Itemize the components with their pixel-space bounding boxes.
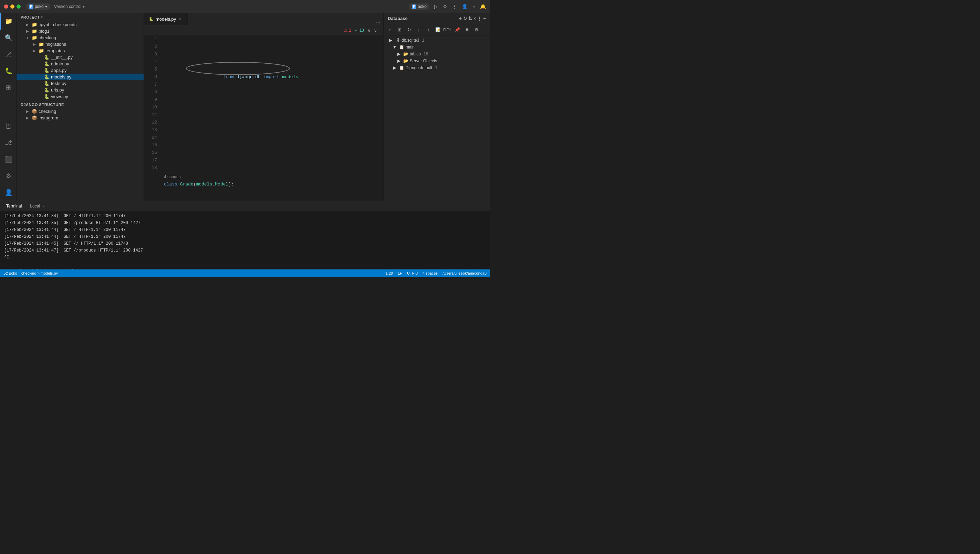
more-icon[interactable]: ⋮	[477, 16, 482, 21]
more-options-icon[interactable]: ⋯	[376, 20, 380, 25]
terminal-icon-button[interactable]: ⬛	[0, 151, 16, 167]
db-server-objects-item[interactable]: ▶ 📂 Server Objects	[384, 57, 490, 64]
profile-icon-button[interactable]: 👤	[0, 184, 16, 201]
minimize-icon[interactable]: −	[483, 16, 486, 21]
list-item[interactable]: ▶ 📁 migrations	[16, 41, 144, 48]
db-gear-btn[interactable]: ⚙	[472, 25, 481, 34]
tree-item-label: checking	[38, 109, 56, 114]
chevron-down-icon[interactable]: ∨	[374, 28, 377, 33]
db-sqlite3-label: db.sqlite3	[402, 38, 419, 43]
chevron-right-icon: ▶	[25, 29, 30, 33]
server-objects-icon: 📂	[403, 59, 409, 63]
settings2-icon-button[interactable]: ⚙	[0, 167, 16, 184]
sync-icon[interactable]: ⇅	[468, 16, 472, 21]
settings-icon[interactable]: ⚙	[443, 4, 447, 9]
poko-badge[interactable]: P poko	[409, 3, 429, 10]
db-main-item[interactable]: ▼ 📋 main	[384, 44, 490, 51]
chevron-down-icon: ▼	[392, 45, 397, 49]
list-item[interactable]: 🐍 admin.py	[16, 60, 144, 67]
debug-icon: 🐛	[5, 67, 13, 75]
db-eye-btn[interactable]: 👁	[463, 25, 471, 34]
code-editor[interactable]: from django.db import models 4 usagescla…	[161, 35, 383, 201]
chevron-up-icon[interactable]: ∧	[367, 28, 370, 33]
accounts-icon[interactable]: 👤	[462, 4, 468, 9]
terminal-content[interactable]: [17/Feb/2024 13:41:34] "GET / HTTP/1.1" …	[0, 211, 490, 269]
project-name: poko	[35, 4, 44, 9]
list-item[interactable]: 🐍 tests.py	[16, 80, 144, 87]
close-icon[interactable]: ×	[474, 16, 476, 21]
list-item[interactable]: ▶ 📦 checking	[16, 108, 144, 115]
list-item[interactable]: 🐍 models.py	[16, 74, 144, 80]
list-item[interactable]: ▼ 📁 checking	[16, 34, 144, 41]
db-add-btn[interactable]: +	[386, 25, 394, 34]
git-icon-button[interactable]: ⎇	[0, 46, 16, 63]
cursor-position[interactable]: 1:29	[386, 271, 393, 275]
db-sqlite3-item[interactable]: ▶ 🗄 db.sqlite3 1	[384, 37, 490, 44]
refresh-icon[interactable]: ↻	[463, 16, 467, 21]
maximize-button[interactable]	[16, 5, 21, 9]
indent-size[interactable]: 4 spaces	[423, 271, 438, 275]
list-item[interactable]: 🐍 urls.py	[16, 87, 144, 93]
project-panel: Project ▾ ▶ 📁 .ipynb_checkpoints ▶ 📁 blo…	[16, 13, 144, 201]
local-tab-close[interactable]: ×	[42, 204, 45, 208]
list-item[interactable]: 🐍 apps.py	[16, 67, 144, 74]
git2-icon-button[interactable]: ⎇	[0, 135, 16, 151]
code-line-3	[164, 149, 380, 156]
db-django-default-item[interactable]: ▶ 📋 Django default 1	[384, 64, 490, 71]
tab-models-py[interactable]: 🐍 models.py ×	[144, 13, 188, 25]
git-branch[interactable]: ⎇ poko	[3, 271, 17, 275]
encoding[interactable]: UTF-8	[407, 271, 418, 275]
editor-toolbar: ⋯	[376, 20, 383, 25]
db-tables-item[interactable]: ▶ 📂 tables 18	[384, 51, 490, 57]
tree-item-label: admin.py	[51, 61, 69, 67]
vc-chevron: ▾	[83, 4, 85, 9]
more-icon[interactable]: ⋮	[452, 4, 457, 9]
search-icon[interactable]: ⌕	[472, 4, 475, 9]
list-item[interactable]: 🐍 views.py	[16, 93, 144, 100]
run-icon[interactable]: ▷	[434, 4, 438, 9]
explorer-icon-button[interactable]: 📁	[0, 13, 16, 30]
terminal-prompt-line[interactable]: (poko) Dev/poko - (main) >	[4, 261, 486, 269]
extensions-icon: ⊞	[6, 84, 11, 91]
db-server-objects-label: Server Objects	[410, 59, 437, 63]
vc-label: Version control	[54, 4, 81, 9]
project-header-chevron: ▾	[41, 16, 43, 19]
db-pin-btn[interactable]: 📌	[453, 25, 461, 34]
version-control-badge[interactable]: Version control ▾	[54, 4, 85, 9]
project-badge[interactable]: P poko ▾	[26, 3, 50, 10]
database-icon-button[interactable]: 🗄	[0, 118, 16, 135]
list-item[interactable]: ▶ 📦 instagram	[16, 115, 144, 121]
terminal-tab-bar: Terminal Local ×	[0, 201, 490, 211]
debug-icon-button[interactable]: 🐛	[0, 63, 16, 79]
db-import-btn[interactable]: ↓	[415, 25, 423, 34]
extensions-icon-button[interactable]: ⊞	[0, 79, 16, 96]
add-icon[interactable]: +	[459, 16, 462, 21]
tab-terminal[interactable]: Terminal	[3, 202, 25, 210]
db-query-btn[interactable]: 📝	[434, 25, 442, 34]
db-ddl-btn[interactable]: DDL	[444, 25, 452, 34]
editor-content[interactable]: 123 456789 1011121314 15161718 from djan…	[144, 35, 383, 201]
list-item[interactable]: ▶ 📁 .ipynb_checkpoints	[16, 21, 144, 28]
poko-icon: P	[412, 5, 416, 9]
db-table-btn[interactable]: ⊞	[395, 25, 404, 34]
notifications-icon[interactable]: 🔔	[480, 4, 486, 9]
terminal-line: ^C	[4, 254, 486, 261]
tab-local[interactable]: Local ×	[27, 202, 48, 210]
close-button[interactable]	[4, 5, 8, 9]
chevron-right-icon: ▶	[32, 49, 37, 53]
icon-sidebar-bottom: 🗄 ⎇ ⬛ ⚙ 👤	[0, 118, 16, 201]
list-item[interactable]: 🐍 __init__.py	[16, 54, 144, 60]
db-export-btn[interactable]: ↑	[424, 25, 433, 34]
tree-item-label: blog1	[38, 29, 49, 34]
line-ending[interactable]: LF	[398, 271, 402, 275]
folder-icon: 📁	[32, 35, 37, 40]
list-item[interactable]: ▶ 📁 templates	[16, 48, 144, 54]
tab-close-button[interactable]: ×	[178, 16, 182, 21]
tab-label: models.py	[156, 16, 176, 22]
minimize-button[interactable]	[10, 5, 14, 9]
circle-annotation	[185, 61, 295, 76]
chevron-down-icon: ▼	[25, 36, 30, 40]
list-item[interactable]: ▶ 📁 blog1	[16, 28, 144, 34]
search-icon-button[interactable]: 🔍	[0, 30, 16, 46]
db-refresh-btn[interactable]: ↻	[405, 25, 413, 34]
